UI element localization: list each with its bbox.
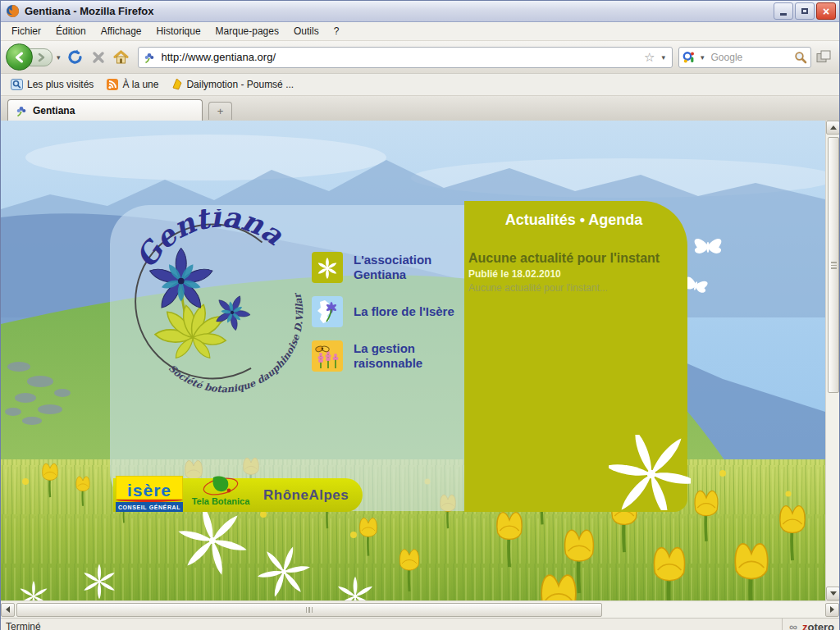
- tab-gentiana[interactable]: Gentiana: [7, 99, 203, 121]
- bookmark-dailymotion[interactable]: Dailymotion - Poumsé ...: [167, 77, 299, 92]
- menu-outils[interactable]: Outils: [286, 24, 326, 39]
- url-dropdown-caret[interactable]: ▾: [659, 53, 668, 62]
- nav-flore[interactable]: La flore de l'Isère: [312, 296, 485, 327]
- rhone-alpes-logo[interactable]: RhôneAlpes: [263, 487, 349, 504]
- gentiana-logo: Gentiana Société botanique dauphinoise D…: [118, 209, 311, 394]
- bookmark-star-icon[interactable]: ☆: [644, 51, 655, 63]
- news-body-text: Aucune actualité pour l'instant...: [468, 282, 679, 294]
- tela-botanica-logo[interactable]: Tela Botanica: [183, 475, 258, 506]
- back-button[interactable]: [6, 43, 33, 71]
- down-arrow-icon: [830, 591, 837, 596]
- search-box: ▾: [678, 47, 811, 68]
- site-favicon: [143, 51, 156, 64]
- stop-button[interactable]: [88, 46, 109, 69]
- history-dropdown-caret[interactable]: ▾: [54, 53, 63, 62]
- bookmark-label: Dailymotion - Poumsé ...: [186, 79, 294, 90]
- right-arrow-icon: [830, 606, 834, 613]
- search-input[interactable]: [710, 51, 792, 64]
- vertical-scrollbar[interactable]: [825, 121, 839, 600]
- google-engine-icon: [682, 51, 696, 64]
- close-button[interactable]: ×: [816, 2, 836, 20]
- windows-stack-icon: [815, 49, 833, 65]
- minimize-button[interactable]: [774, 2, 793, 20]
- news-headline: Aucune actualité pour l'instant: [468, 251, 679, 266]
- tab-bar: Gentiana +: [1, 96, 839, 121]
- left-arrow-icon: [6, 606, 10, 613]
- window-title: Gentiana - Mozilla Firefox: [25, 5, 774, 17]
- bookmark-label: Les plus visités: [27, 79, 94, 90]
- horizontal-scroll-track[interactable]: [15, 603, 825, 617]
- bookmarks-toolbar: Les plus visités À la une Dailymotion - …: [1, 74, 839, 96]
- news-published-date: Publié le 18.02.2010: [468, 268, 679, 280]
- status-bar: Terminé ∞ zotero: [1, 618, 839, 630]
- restore-icon: [801, 8, 808, 14]
- menu-edition[interactable]: Édition: [48, 24, 94, 39]
- firefox-icon: [6, 4, 20, 18]
- thumb-grip: [831, 262, 837, 269]
- nav-gestion[interactable]: La gestion raisonnable: [312, 340, 445, 372]
- partner-bar: isère CONSEIL GÉNÉRAL Tela Botanica Rhôn…: [113, 478, 363, 512]
- nav-association[interactable]: L'association Gentiana: [312, 252, 445, 283]
- menu-marque-pages[interactable]: Marque-pages: [208, 24, 286, 39]
- menu-historique[interactable]: Historique: [149, 24, 208, 39]
- list-all-tabs-button[interactable]: [813, 46, 834, 69]
- isere-logo-text: isère: [116, 476, 183, 500]
- title-bar[interactable]: Gentiana - Mozilla Firefox ×: [1, 1, 839, 22]
- url-bar: ☆ ▾: [138, 47, 673, 68]
- scroll-up-button[interactable]: [826, 121, 839, 135]
- association-icon: [312, 252, 343, 283]
- news-panel: Actualités • Agenda Aucune actualité pou…: [464, 201, 687, 512]
- tab-label: Gentiana: [33, 105, 75, 116]
- search-magnifier-icon[interactable]: [794, 51, 807, 64]
- bookmark-a-la-une[interactable]: À la une: [102, 77, 163, 92]
- infinity-icon[interactable]: ∞: [789, 620, 797, 630]
- minimize-icon: [780, 13, 787, 16]
- scroll-right-button[interactable]: [825, 603, 839, 617]
- panel-flower-decoration: [609, 435, 691, 510]
- page-viewport: Gentiana Société botanique dauphinoise D…: [1, 121, 839, 600]
- horizontal-scrollbar[interactable]: [1, 600, 839, 618]
- search-engine-caret[interactable]: ▾: [698, 53, 707, 62]
- zotero-button[interactable]: zotero: [802, 621, 834, 630]
- nav-gestion-label: La gestion raisonnable: [354, 341, 445, 371]
- status-text: Terminé: [6, 621, 782, 630]
- nav-association-label: L'association Gentiana: [354, 253, 445, 282]
- menu-bar: Fichier Édition Affichage Historique Mar…: [1, 22, 839, 41]
- vertical-scroll-thumb[interactable]: [828, 137, 839, 393]
- reload-button[interactable]: [65, 46, 86, 69]
- rss-icon: [107, 79, 118, 90]
- logo-leaves: [154, 303, 226, 360]
- isere-logo-subtext: CONSEIL GÉNÉRAL: [116, 502, 183, 512]
- new-tab-button[interactable]: +: [208, 102, 232, 120]
- flore-icon: [312, 296, 343, 327]
- forward-arrow-icon: [36, 52, 46, 62]
- restore-button[interactable]: [795, 2, 815, 20]
- bookmark-most-visited[interactable]: Les plus visités: [6, 77, 98, 92]
- tela-leaf-icon: [201, 475, 240, 498]
- up-arrow-icon: [830, 126, 837, 130]
- isere-logo[interactable]: isère CONSEIL GÉNÉRAL: [116, 476, 183, 512]
- browser-window: Gentiana - Mozilla Firefox × Fichier Édi…: [0, 0, 840, 630]
- zotero-section[interactable]: ∞ zotero: [782, 619, 834, 630]
- scroll-left-button[interactable]: [1, 603, 15, 617]
- home-icon: [113, 50, 129, 64]
- scroll-down-button[interactable]: [826, 587, 839, 600]
- menu-fichier[interactable]: Fichier: [4, 24, 48, 39]
- menu-affichage[interactable]: Affichage: [94, 24, 149, 39]
- dailymotion-favicon: [171, 79, 182, 90]
- navigation-toolbar: ▾ ☆: [1, 41, 839, 74]
- most-visited-icon: [11, 79, 23, 90]
- bookmark-label: À la une: [122, 79, 158, 90]
- url-input[interactable]: [160, 50, 640, 64]
- menu-help[interactable]: ?: [326, 24, 347, 39]
- forward-button[interactable]: [30, 48, 52, 66]
- horizontal-scroll-thumb[interactable]: [16, 603, 602, 617]
- tab-favicon: [15, 104, 28, 117]
- gestion-icon: [312, 340, 343, 372]
- back-arrow-icon: [14, 52, 25, 63]
- vertical-scroll-track[interactable]: [826, 135, 839, 587]
- logo-title-text: Gentiana: [130, 209, 290, 274]
- tela-botanica-label: Tela Botanica: [192, 496, 250, 506]
- stop-icon: [92, 51, 105, 64]
- home-button[interactable]: [111, 46, 132, 69]
